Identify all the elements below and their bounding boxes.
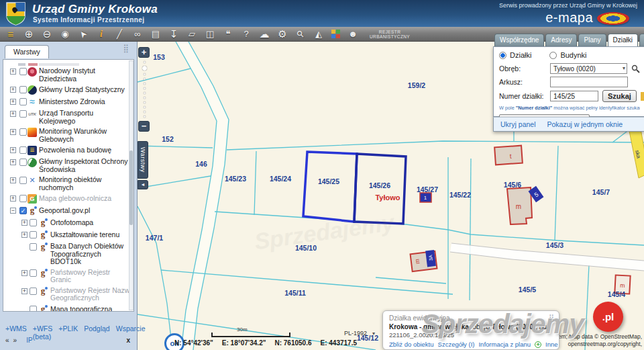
building-m-145-6[interactable]: m xyxy=(507,187,532,224)
building-t[interactable]: t xyxy=(494,146,523,165)
parcel-number-input[interactable] xyxy=(550,91,598,101)
checkbox[interactable] xyxy=(19,98,27,105)
expander-icon[interactable] xyxy=(21,220,28,226)
checkbox[interactable] xyxy=(19,68,27,75)
print-icon[interactable]: ▤ xyxy=(150,28,161,41)
radio-budynki[interactable] xyxy=(549,52,557,59)
pager-next-button[interactable]: » xyxy=(13,337,17,344)
register-urbanistyczny-link[interactable]: REJESTR URBANISTYCZNY xyxy=(370,30,410,39)
arkusz-input[interactable] xyxy=(550,77,628,87)
search-obreb-icon[interactable] xyxy=(631,64,640,73)
zoom-in-icon[interactable]: ⊕ xyxy=(23,28,34,41)
legend-flags-icon[interactable] xyxy=(641,92,644,101)
panels-icon[interactable]: ◫ xyxy=(205,28,215,41)
szukaj-button[interactable]: Szukaj xyxy=(602,90,637,102)
checkbox[interactable] xyxy=(19,110,27,118)
drag-handle-icon[interactable]: ⣿ xyxy=(549,314,554,322)
layer-row[interactable]: Narodowy Instytut Dziedzictwa xyxy=(3,66,133,84)
terrain-icon[interactable]: ◭ xyxy=(313,28,324,41)
ip-link[interactable]: IP xyxy=(26,337,32,344)
cloud-icon[interactable]: ☁ xyxy=(259,28,270,41)
select-area-icon[interactable]: ◉ xyxy=(60,28,70,41)
link-icon[interactable]: ∞ xyxy=(132,28,143,41)
more-link[interactable]: Inne xyxy=(545,341,558,348)
drag-handle-icon[interactable]: ⣿ xyxy=(123,44,129,53)
tab-plany[interactable]: Plany xyxy=(578,34,606,46)
expander-icon[interactable] xyxy=(10,208,16,214)
pager-prev-button[interactable]: « xyxy=(5,337,9,344)
layer-row[interactable]: Geoportal.gov.pl xyxy=(3,205,133,217)
layer-row[interactable]: Monitoring Warunków Glebowych xyxy=(3,126,133,144)
zoom-slider[interactable] xyxy=(138,58,150,121)
expander-icon[interactable] xyxy=(10,159,16,165)
zoom-out-icon[interactable]: ⊖ xyxy=(42,28,52,41)
layer-row[interactable]: Państwowy Rejestr Nazw Geograficznych xyxy=(3,286,133,304)
expander-icon[interactable] xyxy=(10,99,16,105)
radio-dzialki[interactable] xyxy=(499,52,506,59)
zoom-to-object-link[interactable]: Zbliż do obiektu xyxy=(389,341,434,348)
close-icon[interactable]: x xyxy=(126,337,130,344)
search-icon[interactable]: ⚲ xyxy=(292,26,309,42)
expander-icon[interactable] xyxy=(10,195,16,202)
layer-row[interactable]: Główny Inspektorat Ochrony Środowiska xyxy=(3,157,133,175)
chat-icon[interactable]: ❝ xyxy=(223,28,233,41)
measure-icon[interactable]: ╱ xyxy=(114,28,125,41)
gear-icon[interactable]: ⚙ xyxy=(277,28,288,41)
info-icon[interactable]: i xyxy=(96,28,107,41)
tab-warstwy[interactable]: Warstwy xyxy=(5,45,49,58)
layer-row[interactable]: Baza Danych Obiektów Topograficznych BDO… xyxy=(3,241,133,267)
expander-icon[interactable] xyxy=(10,87,16,93)
checkbox[interactable] xyxy=(30,231,37,238)
tab-dzialki[interactable]: Działki xyxy=(608,34,638,46)
checkbox[interactable] xyxy=(19,159,27,166)
building-3a[interactable]: m 3A xyxy=(410,250,437,271)
add-icon[interactable]: + xyxy=(535,341,541,348)
expander-icon[interactable] xyxy=(10,69,16,75)
pointer-icon[interactable]: ➤ xyxy=(74,26,92,42)
layer-row[interactable]: Główny Urząd Statystyczny xyxy=(3,84,133,96)
feedback-icon[interactable]: ☻ xyxy=(347,28,358,41)
help-icon[interactable]: ? xyxy=(241,28,252,41)
expander-icon[interactable] xyxy=(10,111,16,117)
checkbox[interactable] xyxy=(19,146,27,154)
checkbox[interactable] xyxy=(30,269,37,277)
tab-adresy[interactable]: Adresy xyxy=(545,34,577,46)
layer-row[interactable]: Monitoring obiektów ruchomych xyxy=(3,175,133,193)
obreb-select[interactable]: Tyłowo (0020) ▾ xyxy=(550,63,627,74)
layer-row[interactable]: Pozwolenia na budowę xyxy=(3,144,133,157)
checkbox[interactable] xyxy=(19,86,27,93)
expander-icon[interactable] xyxy=(21,232,28,238)
crs-selector[interactable]: PL-1992▾ xyxy=(344,330,375,337)
layer-row[interactable]: Mapa glebowo-rolnicza xyxy=(3,193,133,205)
tab-wspolrzedne[interactable]: Współrzędne xyxy=(494,34,544,46)
expander-icon[interactable] xyxy=(10,147,16,153)
checkbox[interactable] xyxy=(30,288,37,295)
legend-icon[interactable] xyxy=(331,30,340,38)
hide-panel-link[interactable]: Ukryj panel xyxy=(500,120,536,128)
layer-row[interactable]: Państwowy Rejestr Granic xyxy=(3,267,133,286)
expander-icon[interactable] xyxy=(10,129,16,135)
checkbox[interactable] xyxy=(30,243,37,251)
details-link[interactable]: Szczegóły (I) xyxy=(438,341,475,348)
layers-icon[interactable]: ≡ xyxy=(5,28,16,41)
scrollbar[interactable] xyxy=(129,60,133,310)
checkbox[interactable] xyxy=(19,195,27,202)
scrollbar-thumb[interactable] xyxy=(129,150,133,225)
checkbox[interactable] xyxy=(19,177,27,184)
layer-row[interactable]: Ukształtowanie terenu xyxy=(3,229,133,241)
zoom-out-button[interactable]: − xyxy=(138,121,150,132)
expander-icon[interactable] xyxy=(21,288,28,294)
single-window-link[interactable]: Pokazuj w jednym oknie xyxy=(547,120,623,128)
expander-icon[interactable] xyxy=(21,270,28,276)
zoom-in-button[interactable]: + xyxy=(138,47,150,58)
layer-row[interactable]: Ministerstwo Zdrowia xyxy=(3,96,133,108)
map-layers-tab[interactable]: Warstwy xyxy=(138,141,148,179)
expander-icon[interactable] xyxy=(10,177,16,183)
checkbox[interactable] xyxy=(19,128,27,136)
checkbox[interactable] xyxy=(30,306,37,312)
download-icon[interactable]: ↧ xyxy=(168,28,179,41)
checkbox[interactable] xyxy=(30,219,37,226)
tab-obiekty[interactable]: Obiekty xyxy=(639,34,644,46)
checkbox[interactable] xyxy=(19,207,27,214)
plan-info-link[interactable]: Informacja z planu xyxy=(478,341,531,348)
